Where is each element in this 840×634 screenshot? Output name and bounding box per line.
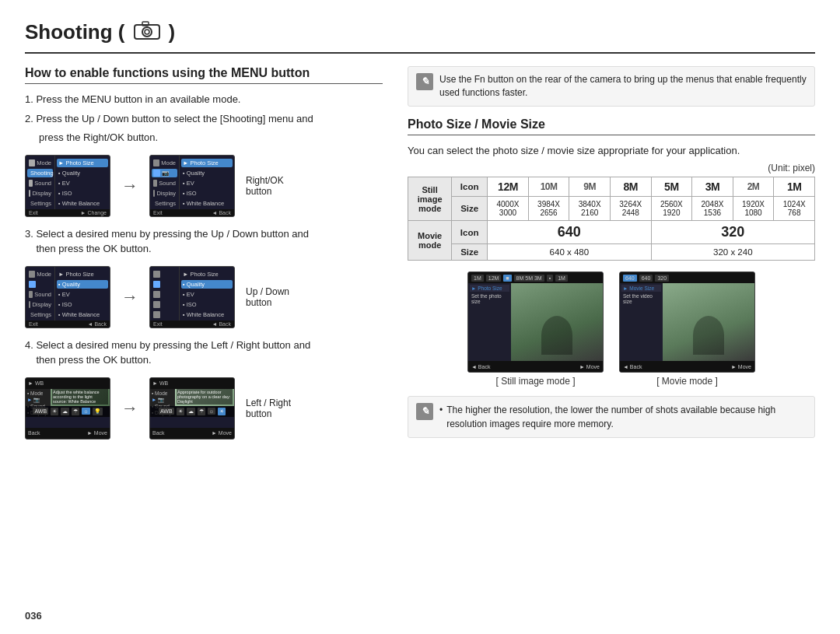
step4-btn-label: Left / Rightbutton <box>246 398 291 419</box>
movie-mode-label: [ Movie mode ] <box>656 376 718 387</box>
arrow-step2: → <box>121 176 138 196</box>
step3: 3. Select a desired menu by pressing the… <box>25 226 383 257</box>
fn-note-text: Use the Fn button on the rear of the cam… <box>439 73 807 100</box>
title-text: Shooting ( <box>25 20 125 44</box>
fn-note-box: ✎ Use the Fn button on the rear of the c… <box>408 66 815 107</box>
unit-label: (Unit: pixel) <box>408 163 815 173</box>
step2-line2: press the Right/OK button. <box>25 130 383 145</box>
arrow-step4: → <box>121 398 138 419</box>
title-paren-close: ) <box>169 20 176 44</box>
screen-step2-left: Mode Shooting Sound Display Settings ► P… <box>25 155 110 217</box>
svg-point-1 <box>142 27 152 37</box>
step2-line1: 2. Press the Up / Down button to select … <box>25 111 383 127</box>
movie-mode-screen: 640640320 ► Movie Size Set the video siz… <box>619 271 755 373</box>
step1: 1. Press the MENU button in an available… <box>25 92 383 107</box>
svg-point-3 <box>145 30 149 34</box>
page-title: Shooting ( ) <box>25 19 815 54</box>
still-mode-wrap: 1M12M■8M 5M 3M▪1M ► Photo Size Set the p… <box>467 271 604 387</box>
note2-text: The higher the resolution, the lower the… <box>446 403 807 431</box>
step3-btn-label: Up / Downbutton <box>246 286 289 308</box>
step2-btn-label: Right/OKbutton <box>246 175 284 197</box>
page-number: 036 <box>25 610 42 622</box>
photo-size-title: Photo Size / Movie Size <box>408 117 815 135</box>
screen-step3-right: ► Photo Size ▪ Quality ▪ EV ▪ ISO ▪ Whit… <box>149 266 235 328</box>
note2-bullet: The higher the resolution, the lower the… <box>439 403 807 431</box>
svg-rect-2 <box>142 22 149 26</box>
photo-size-desc: You can select the photo size / movie si… <box>408 143 815 159</box>
camera-icon <box>133 19 161 46</box>
size-table: Stillimagemode Icon 12M 10M 9M 8M 5M 3M … <box>408 177 815 261</box>
still-mode-label: [ Still image mode ] <box>495 376 575 387</box>
arrow-step3: → <box>121 287 138 307</box>
step4: 4. Select a desired menu by pressing the… <box>25 338 383 368</box>
note2-icon: ✎ <box>416 403 433 420</box>
note-icon: ✎ <box>416 73 433 90</box>
still-mode-screen: 1M12M■8M 5M 3M▪1M ► Photo Size Set the p… <box>467 271 604 373</box>
resolution-note-box: ✎ The higher the resolution, the lower t… <box>408 396 815 438</box>
movie-mode-wrap: 640640320 ► Movie Size Set the video siz… <box>619 271 755 387</box>
left-section-title: How to enable functions using the MENU b… <box>25 66 383 84</box>
screen-step4-left: ►WB ▪ Mode ► 📷 ▪ Sound ▪ Display Adjust … <box>25 377 110 440</box>
screen-step2-right: Mode 📷 Sound Display Settings ► Photo Si… <box>149 155 235 217</box>
screen-step4-right: ►WB ▪ Mode ► 📷 ▪ Sound ▪ Display Appropr… <box>149 377 235 440</box>
screen-step3-left: Mode Sound Display Settings ► Photo Size… <box>25 266 110 328</box>
